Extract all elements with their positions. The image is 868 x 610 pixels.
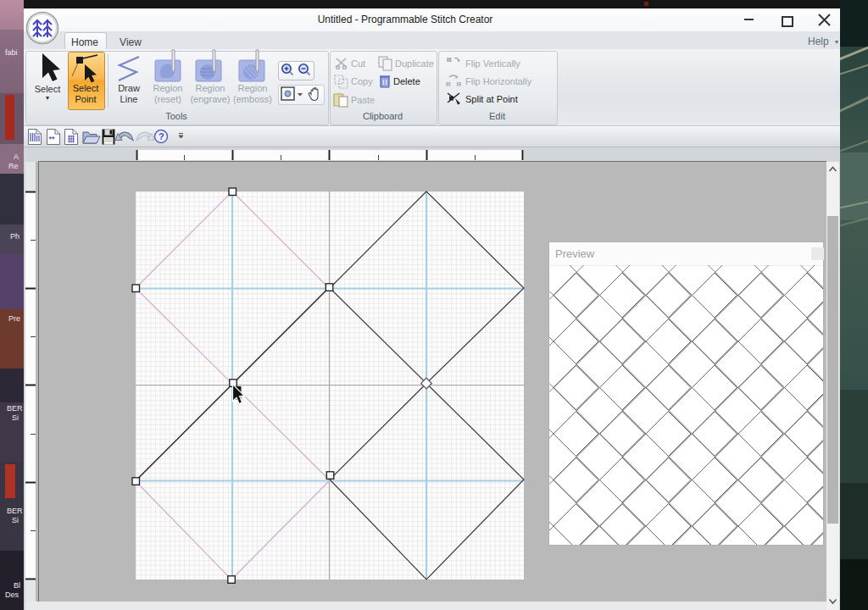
svg-text:R: R (456, 80, 461, 88)
svg-text:R: R (447, 56, 452, 64)
svg-text:R: R (446, 80, 451, 88)
svg-text:?: ? (159, 131, 164, 141)
svg-text:**: ** (49, 135, 56, 143)
